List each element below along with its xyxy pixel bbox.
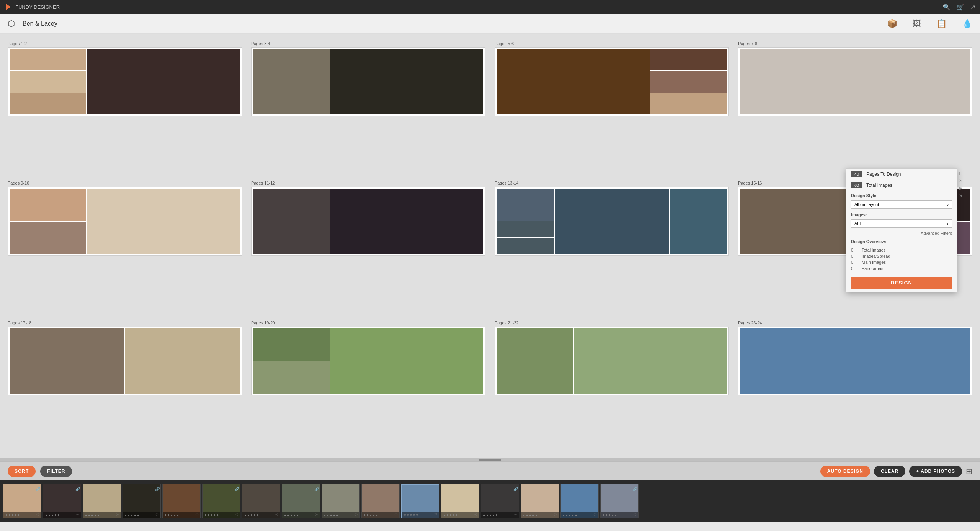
film-item-7-heart-icon[interactable]: ♡: [275, 513, 278, 517]
film-item-2-heart-icon[interactable]: ♡: [76, 513, 79, 517]
film-item-2-stars: ★★★★★: [45, 513, 60, 517]
film-item-3-heart-icon[interactable]: ♡: [116, 513, 119, 517]
spread-7[interactable]: Pages 13-14: [495, 181, 729, 311]
resize-handle-1[interactable]: ◻: [959, 170, 963, 176]
film-item-7-overlay: ★★★★★ ♡: [242, 512, 280, 518]
film-item-6-link-icon: 🔗: [235, 485, 239, 492]
film-item-16-heart-icon[interactable]: ♡: [633, 513, 637, 517]
search-icon[interactable]: 🔍: [943, 3, 951, 11]
spread-4[interactable]: Pages 7-8: [738, 41, 972, 172]
spread-3[interactable]: Pages 5-6: [495, 41, 729, 172]
spread-1[interactable]: Pages 1-2: [8, 41, 242, 172]
spread-2-canvas[interactable]: [251, 47, 485, 116]
film-item-1-stars: ★★★★★: [5, 513, 20, 517]
spread-9-canvas[interactable]: [8, 327, 242, 395]
film-item-5-overlay: ★★★★★ ♡: [163, 512, 200, 518]
text-tool-icon[interactable]: 📋: [936, 19, 947, 29]
spread-10-label: Pages 19-20: [251, 320, 485, 325]
film-item-10-heart-icon[interactable]: ♡: [394, 513, 398, 517]
overview-images-spread: 0 Images/Spread: [851, 253, 952, 259]
spread-3-canvas[interactable]: [495, 47, 729, 116]
spread-4-canvas[interactable]: [738, 47, 972, 116]
resize-handle-3[interactable]: ⊞: [959, 186, 963, 191]
film-item-13-heart-icon[interactable]: ♡: [514, 513, 517, 517]
film-item-16[interactable]: ★★★★★ ♡ 🔗: [600, 484, 639, 518]
images-select[interactable]: ALL ›: [851, 219, 952, 228]
resize-handle-4[interactable]: ✕: [959, 193, 963, 199]
spread-6-canvas[interactable]: [251, 187, 485, 256]
film-item-6-heart-icon[interactable]: ♡: [235, 513, 238, 517]
add-photos-button[interactable]: + ADD PHOTOS: [909, 466, 962, 477]
subtitle-bar: ⬡ Ben & Lacey 📦 🖼 📋 💧: [0, 14, 980, 34]
grid-view-icon[interactable]: ⊞: [966, 467, 972, 476]
film-item-2[interactable]: ★★★★★ ♡ 🔗: [43, 484, 81, 518]
design-tool-icon[interactable]: 🖼: [913, 19, 921, 29]
film-item-15-heart-icon[interactable]: ♡: [593, 513, 597, 517]
film-item-15[interactable]: ★★★★★ ♡: [560, 484, 599, 518]
film-item-7[interactable]: ★★★★★ ♡: [242, 484, 280, 518]
film-item-4-stars: ★★★★★: [124, 513, 139, 517]
total-images-badge: 60: [851, 182, 862, 188]
spread-11[interactable]: Pages 21-22: [495, 320, 729, 451]
film-item-1-heart-icon[interactable]: ♡: [36, 513, 39, 517]
film-item-11-heart-icon[interactable]: ♡: [434, 513, 437, 517]
film-item-12-heart-icon[interactable]: ♡: [474, 513, 477, 517]
film-item-13[interactable]: ★★★★★ ♡ 🔗: [481, 484, 519, 518]
design-button[interactable]: DESIGN: [851, 277, 952, 289]
film-item-15-overlay: ★★★★★ ♡: [561, 512, 598, 518]
film-item-3[interactable]: ★★★★★ ♡: [83, 484, 121, 518]
film-item-9[interactable]: ★★★★★ ♡: [322, 484, 360, 518]
layout-tool-icon[interactable]: 📦: [887, 19, 897, 29]
film-item-10[interactable]: ★★★★★ ♡: [361, 484, 400, 518]
film-item-11-overlay: ★★★★★ ♡: [402, 512, 439, 518]
film-item-11[interactable]: ★★★★★ ♡: [401, 484, 439, 518]
spread-8[interactable]: Pages 15-16 ◻ ✕ ⊞ ✕ 40 Pages To Design: [738, 181, 972, 311]
film-item-14-heart-icon[interactable]: ♡: [554, 513, 557, 517]
design-popup: ◻ ✕ ⊞ ✕ 40 Pages To Design 60 Total Imag…: [846, 168, 957, 292]
film-item-9-heart-icon[interactable]: ♡: [354, 513, 358, 517]
film-item-1[interactable]: ★★★★★ ♡ 🔗: [3, 484, 41, 518]
spread-12[interactable]: Pages 23-24: [738, 320, 972, 451]
overview-main-images: 0 Main Images: [851, 259, 952, 265]
scroll-indicator: [0, 458, 980, 461]
film-item-5[interactable]: ★★★★★ ♡: [162, 484, 201, 518]
spread-12-canvas[interactable]: [738, 327, 972, 395]
film-item-5-heart-icon[interactable]: ♡: [195, 513, 199, 517]
film-item-8-heart-icon[interactable]: ♡: [315, 513, 318, 517]
spread-5[interactable]: Pages 9-10: [8, 181, 242, 311]
spread-5-canvas[interactable]: [8, 187, 242, 256]
design-style-select[interactable]: AlbumLayout ›: [851, 200, 952, 209]
film-item-8[interactable]: ★★★★★ ♡ 🔗: [282, 484, 320, 518]
spread-10[interactable]: Pages 19-20: [251, 320, 485, 451]
spread-2[interactable]: Pages 3-4: [251, 41, 485, 172]
spread-11-canvas[interactable]: [495, 327, 729, 395]
film-item-12[interactable]: ★★★★★ ♡: [441, 484, 479, 518]
film-item-9-stars: ★★★★★: [323, 513, 338, 517]
spread-6-label: Pages 11-12: [251, 181, 485, 185]
film-item-14[interactable]: ★★★★★ ♡: [521, 484, 559, 518]
color-tool-icon[interactable]: 💧: [962, 19, 972, 29]
spread-1-canvas[interactable]: [8, 47, 242, 116]
filter-button[interactable]: FILTER: [40, 466, 72, 477]
export-icon[interactable]: ↗: [970, 3, 975, 11]
advanced-filters-link[interactable]: Advanced Filters: [846, 229, 957, 237]
film-item-3-stars: ★★★★★: [85, 513, 100, 517]
film-item-8-overlay: ★★★★★ ♡: [282, 512, 320, 518]
film-item-6[interactable]: ★★★★★ ♡ 🔗: [202, 484, 240, 518]
film-item-4-heart-icon[interactable]: ♡: [155, 513, 159, 517]
spread-9[interactable]: Pages 17-18: [8, 320, 242, 451]
spread-7-canvas[interactable]: [495, 187, 729, 256]
resize-handle-2[interactable]: ✕: [959, 178, 963, 183]
sort-button[interactable]: SORT: [8, 466, 36, 477]
spread-6[interactable]: Pages 11-12: [251, 181, 485, 311]
auto-design-button[interactable]: AUTO DESIGN: [820, 466, 870, 477]
design-overview-label: Design Overview:: [846, 237, 957, 245]
spreads-grid: Pages 1-2 Pages 3-4 Pages 5-6: [0, 34, 980, 458]
film-item-7-stars: ★★★★★: [244, 513, 259, 517]
film-item-4[interactable]: ★★★★★ ♡ 🔗: [122, 484, 161, 518]
film-item-5-stars: ★★★★★: [164, 513, 179, 517]
overview-total-images: 0 Total Images: [851, 247, 952, 253]
spread-10-canvas[interactable]: [251, 327, 485, 395]
cart-icon[interactable]: 🛒: [957, 3, 964, 11]
clear-button[interactable]: CLEAR: [874, 466, 905, 477]
